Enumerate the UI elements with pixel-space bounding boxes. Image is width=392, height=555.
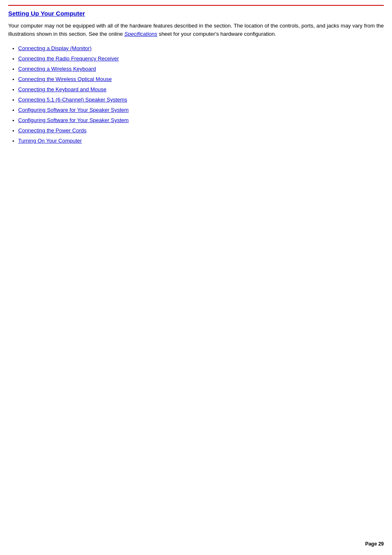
toc-link-5[interactable]: Connecting 5.1 (6-Channel) Speaker Syste… [18, 97, 127, 103]
toc-link-3[interactable]: Connecting the Wireless Optical Mouse [18, 76, 112, 82]
toc-link-2[interactable]: Connecting a Wireless Keyboard [18, 66, 96, 72]
toc-link-8[interactable]: Connecting the Power Cords [18, 127, 86, 134]
toc-list: Connecting a Display (Monitor)Connecting… [12, 45, 384, 144]
toc-list-item: Connecting 5.1 (6-Channel) Speaker Syste… [12, 97, 384, 103]
intro-paragraph: Your computer may not be equipped with a… [8, 22, 384, 38]
toc-list-item: Connecting the Keyboard and Mouse [12, 86, 384, 92]
toc-link-0[interactable]: Connecting a Display (Monitor) [18, 45, 91, 51]
toc-list-item: Connecting the Power Cords [12, 127, 384, 134]
toc-link-6[interactable]: Configuring Software for Your Speaker Sy… [18, 107, 129, 113]
toc-list-item: Configuring Software for Your Speaker Sy… [12, 107, 384, 113]
intro-text-after-link: sheet for your computer's hardware confi… [157, 31, 276, 37]
page-container: Setting Up Your Computer Your computer m… [0, 0, 392, 164]
toc-list-item: Connecting the Wireless Optical Mouse [12, 76, 384, 82]
page-title[interactable]: Setting Up Your Computer [8, 10, 85, 17]
toc-list-item: Connecting a Wireless Keyboard [12, 66, 384, 72]
toc-list-item: Connecting a Display (Monitor) [12, 45, 384, 51]
toc-link-9[interactable]: Turning On Your Computer [18, 138, 82, 144]
specifications-link[interactable]: Specifications [125, 31, 157, 37]
toc-link-4[interactable]: Connecting the Keyboard and Mouse [18, 86, 106, 92]
toc-list-item: Connecting the Radio Frequency Receiver [12, 55, 384, 62]
page-number: Page 29 [365, 541, 384, 547]
toc-link-1[interactable]: Connecting the Radio Frequency Receiver [18, 55, 119, 62]
top-border [8, 5, 384, 6]
toc-list-item: Turning On Your Computer [12, 138, 384, 144]
toc-list-item: Configuring Software for Your Speaker Sy… [12, 117, 384, 123]
toc-link-7[interactable]: Configuring Software for Your Speaker Sy… [18, 117, 129, 123]
